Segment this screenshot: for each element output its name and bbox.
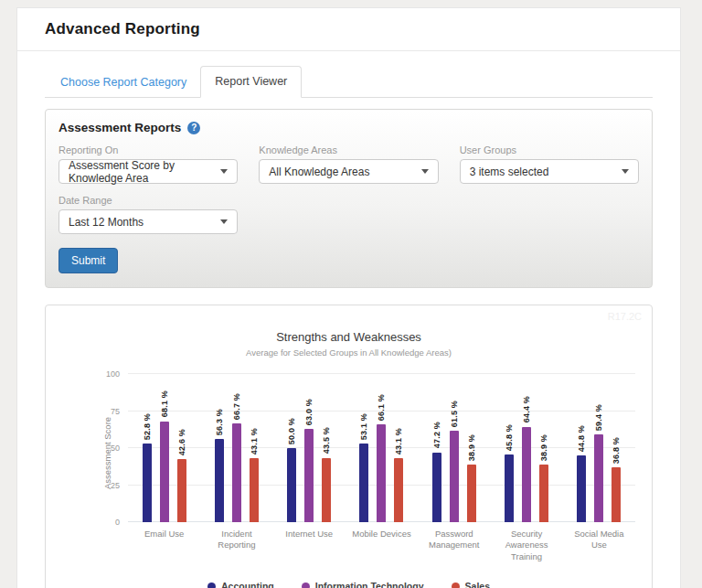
- report-chart-panel: R17.2C Strengths and Weaknesses Average …: [45, 305, 653, 588]
- bar-group: 56.3 %66.7 %43.1 %: [200, 374, 272, 522]
- knowledge-areas-select[interactable]: All Knowledge Areas: [259, 159, 438, 184]
- chevron-down-icon: [622, 169, 629, 174]
- date-range-select[interactable]: Last 12 Months: [58, 209, 238, 234]
- bar-value-label: 63.0 %: [304, 399, 314, 425]
- bar-value-label: 43.5 %: [322, 427, 331, 454]
- bar-value-label: 36.8 %: [612, 437, 621, 464]
- legend-label: Sales: [465, 581, 490, 588]
- x-axis-label: Internet Use: [273, 529, 346, 562]
- bar-group: 52.8 %68.1 %42.6 %: [128, 374, 200, 522]
- plot-area: Assessment Score 52.8 %68.1 %42.6 %56.3 …: [128, 374, 635, 522]
- bar-value-label: 44.8 %: [577, 425, 586, 452]
- reporting-on-value: Assessment Score by Knowledge Area: [69, 159, 220, 185]
- bar-value-label: 52.8 %: [143, 413, 152, 440]
- bar-value-label: 50.0 %: [287, 418, 296, 444]
- bar-group: 45.8 %64.4 %38.9 %: [490, 374, 562, 522]
- bar: 45.8 %: [505, 454, 514, 522]
- bar-group: 53.1 %66.1 %43.1 %: [346, 374, 418, 522]
- bar: 52.8 %: [143, 444, 152, 522]
- tab-choose-report-category[interactable]: Choose Report Category: [47, 68, 200, 98]
- bar-value-label: 47.2 %: [432, 422, 441, 448]
- chevron-down-icon: [220, 219, 228, 224]
- tab-report-viewer[interactable]: Report Viewer: [200, 66, 302, 98]
- bar-value-label: 42.6 %: [177, 429, 186, 455]
- bar: 53.1 %: [359, 444, 368, 522]
- x-axis-label: Incident Reporting: [200, 529, 272, 562]
- bar-value-label: 64.4 %: [522, 396, 531, 422]
- bar-value-label: 59.4 %: [594, 404, 603, 431]
- help-icon[interactable]: ?: [187, 122, 200, 134]
- page-header: Advanced Reporting: [17, 8, 680, 51]
- bar: 50.0 %: [287, 448, 296, 522]
- bar: 36.8 %: [612, 467, 621, 522]
- chart-legend: AccountingInformation TechnologySales: [46, 581, 652, 588]
- bar-value-label: 43.1 %: [394, 428, 403, 454]
- x-axis-label: Email Use: [128, 529, 200, 562]
- bar-group: 47.2 %61.5 %38.9 %: [418, 374, 490, 522]
- y-tick-75: 75: [111, 407, 120, 416]
- bar-groups: 52.8 %68.1 %42.6 %56.3 %66.7 %43.1 %50.0…: [128, 374, 635, 522]
- y-axis-title: Assessment Score: [102, 417, 112, 489]
- bar-value-label: 56.3 %: [215, 409, 224, 435]
- knowledge-areas-label: Knowledge Areas: [259, 144, 438, 155]
- bar-value-label: 45.8 %: [505, 424, 514, 451]
- user-groups-value: 3 items selected: [470, 166, 549, 178]
- bar-group: 50.0 %63.0 %43.5 %: [273, 374, 346, 522]
- bar: 43.5 %: [322, 458, 331, 522]
- bar: 42.6 %: [177, 459, 186, 522]
- bar-value-label: 38.9 %: [539, 434, 548, 461]
- bar-value-label: 53.1 %: [359, 413, 368, 440]
- bar: 43.1 %: [250, 458, 259, 522]
- bar-value-label: 66.1 %: [377, 394, 386, 421]
- assessment-reports-panel: Assessment Reports ? Reporting On Assess…: [45, 109, 653, 288]
- x-axis-label: Mobile Devices: [346, 529, 418, 562]
- legend-item[interactable]: Sales: [452, 581, 490, 588]
- y-tick-0: 0: [115, 518, 120, 527]
- panel-heading: Assessment Reports: [58, 121, 181, 134]
- y-tick-50: 50: [111, 444, 120, 453]
- bar: 59.4 %: [594, 434, 603, 522]
- x-axis-label: Password Management: [418, 529, 490, 562]
- bar: 66.7 %: [232, 423, 241, 522]
- legend-label: Accounting: [221, 581, 274, 588]
- chevron-down-icon: [220, 169, 228, 174]
- bar: 64.4 %: [522, 427, 531, 522]
- x-axis-label: Social Media Use: [563, 529, 635, 562]
- bar: 38.9 %: [467, 465, 476, 522]
- bar: 68.1 %: [160, 422, 169, 522]
- user-groups-label: User Groups: [460, 144, 639, 155]
- bar-value-label: 68.1 %: [160, 390, 169, 417]
- tab-bar: Choose Report Category Report Viewer: [45, 66, 653, 98]
- bar: 44.8 %: [577, 455, 586, 522]
- date-range-value: Last 12 Months: [69, 216, 144, 229]
- legend-dot-icon: [207, 583, 216, 588]
- main-card: Advanced Reporting Choose Report Categor…: [16, 7, 681, 588]
- bar-value-label: 43.1 %: [250, 428, 259, 454]
- legend-item[interactable]: Accounting: [207, 581, 274, 588]
- legend-label: Information Technology: [315, 581, 424, 588]
- bar-group: 44.8 %59.4 %36.8 %: [563, 374, 635, 522]
- legend-dot-icon: [452, 583, 460, 588]
- y-tick-100: 100: [106, 369, 120, 379]
- bar: 47.2 %: [432, 453, 441, 522]
- reporting-on-select[interactable]: Assessment Score by Knowledge Area: [58, 159, 238, 184]
- x-axis-labels: Email UseIncident ReportingInternet UseM…: [128, 529, 635, 562]
- chart-title: Strengths and Weaknesses: [46, 330, 652, 344]
- legend-item[interactable]: Information Technology: [302, 581, 424, 588]
- user-groups-select[interactable]: 3 items selected: [460, 159, 639, 184]
- bar: 66.1 %: [377, 424, 386, 522]
- y-tick-25: 25: [111, 481, 120, 490]
- submit-button[interactable]: Submit: [58, 248, 118, 273]
- bar: 43.1 %: [394, 458, 403, 522]
- page-title: Advanced Reporting: [45, 20, 653, 38]
- bar: 61.5 %: [450, 431, 459, 522]
- legend-dot-icon: [302, 583, 310, 588]
- knowledge-areas-value: All Knowledge Areas: [269, 166, 369, 178]
- bar: 56.3 %: [215, 439, 224, 522]
- bar-value-label: 38.9 %: [467, 434, 476, 461]
- bar: 38.9 %: [539, 465, 548, 522]
- date-range-label: Date Range: [58, 195, 238, 206]
- version-watermark: R17.2C: [608, 311, 642, 322]
- bar: 63.0 %: [304, 429, 314, 522]
- bar-value-label: 61.5 %: [450, 401, 459, 427]
